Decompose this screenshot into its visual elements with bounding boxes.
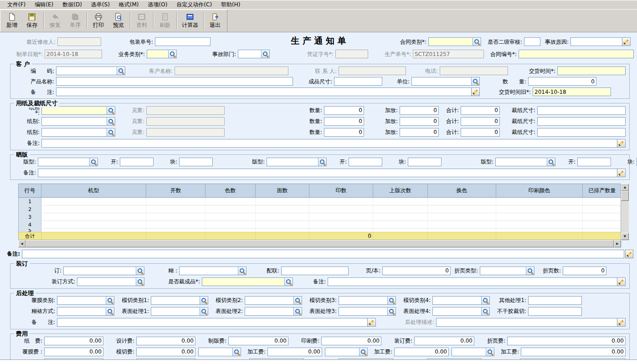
edit-pencil-icon[interactable] bbox=[617, 169, 625, 177]
paper-type-field-3[interactable] bbox=[41, 128, 115, 137]
grid-vertical-scrollbar[interactable]: ▲ ▼ bbox=[621, 184, 629, 240]
package-no-field[interactable] bbox=[155, 37, 211, 46]
lookup-icon[interactable] bbox=[481, 308, 489, 315]
surface-4-field[interactable] bbox=[432, 307, 490, 316]
surface-3-field[interactable] bbox=[339, 307, 396, 316]
exit-button[interactable]: 退出 bbox=[205, 10, 225, 31]
surface-2-field[interactable] bbox=[245, 307, 302, 316]
lookup-icon[interactable] bbox=[293, 308, 302, 315]
grid-row-4[interactable]: 4 bbox=[19, 221, 621, 229]
scroll-right-icon[interactable]: ▶ bbox=[614, 240, 621, 247]
fold-type-field[interactable] bbox=[480, 267, 534, 275]
lookup-icon[interactable] bbox=[359, 348, 367, 356]
menu-options[interactable]: 选项(O) bbox=[144, 0, 172, 10]
grid-row-5[interactable]: 5 bbox=[19, 229, 621, 232]
staple-field[interactable] bbox=[63, 267, 144, 275]
lookup-icon[interactable] bbox=[107, 107, 115, 114]
voucher-no-field[interactable] bbox=[335, 50, 368, 58]
menu-help[interactable]: 帮助(H) bbox=[216, 0, 245, 10]
lookup-icon[interactable] bbox=[486, 348, 494, 356]
cut-size-field-3[interactable] bbox=[537, 128, 626, 137]
block-field-1[interactable] bbox=[179, 158, 213, 166]
fee-lookup-3[interactable] bbox=[452, 348, 494, 356]
edit-pencil-icon[interactable] bbox=[367, 318, 375, 326]
lookup-icon[interactable] bbox=[89, 158, 98, 166]
contract-type-field[interactable] bbox=[428, 37, 481, 46]
paper-sum-field-1[interactable] bbox=[461, 106, 500, 115]
die-cut-2-field[interactable] bbox=[245, 296, 302, 305]
plate-type-field-3[interactable] bbox=[495, 158, 555, 166]
lookup-icon[interactable] bbox=[387, 297, 396, 304]
doc-date-field[interactable] bbox=[45, 50, 102, 58]
edit-pencil-icon[interactable] bbox=[617, 278, 625, 286]
customer-remark-field[interactable] bbox=[56, 87, 480, 96]
paper-fee-field[interactable] bbox=[44, 337, 103, 345]
lookup-icon[interactable] bbox=[526, 267, 534, 275]
edit-pencil-icon[interactable] bbox=[471, 88, 479, 96]
process-fee-2-field[interactable] bbox=[394, 348, 449, 356]
lookup-icon[interactable] bbox=[200, 308, 208, 315]
production-no-field[interactable] bbox=[413, 50, 484, 58]
edit-pencil-icon[interactable] bbox=[617, 318, 625, 326]
plate-remark-field[interactable] bbox=[38, 169, 626, 177]
lookup-icon[interactable] bbox=[284, 278, 293, 286]
grid-remark-field[interactable] bbox=[22, 250, 624, 258]
grid-row-3[interactable]: 3 bbox=[19, 213, 621, 221]
paper-qty-field-1[interactable] bbox=[324, 106, 364, 115]
contract-no-field[interactable] bbox=[519, 50, 634, 58]
quantity-field[interactable] bbox=[528, 77, 596, 86]
bind-method-field[interactable] bbox=[77, 277, 144, 286]
paper-add-field-3[interactable] bbox=[400, 128, 439, 137]
product-name-field[interactable] bbox=[56, 77, 293, 86]
save-button[interactable]: 保存 bbox=[22, 10, 42, 31]
menu-data[interactable]: 数据(D) bbox=[58, 0, 87, 10]
scroll-thumb[interactable] bbox=[26, 240, 614, 247]
collate-field[interactable] bbox=[281, 267, 349, 275]
process-fee-1-field[interactable] bbox=[267, 348, 322, 356]
fee-lookup-1[interactable] bbox=[198, 348, 241, 356]
lookup-icon[interactable] bbox=[117, 67, 125, 75]
cut-size-field-1[interactable] bbox=[537, 106, 626, 115]
unit-field[interactable] bbox=[411, 77, 480, 86]
delivery-time-old-field[interactable] bbox=[533, 87, 611, 96]
weight-field-2[interactable] bbox=[146, 117, 225, 126]
accident-reason-field[interactable] bbox=[570, 37, 631, 46]
paper-sum-field-2[interactable] bbox=[461, 117, 500, 126]
die-cut-4-field[interactable] bbox=[432, 296, 490, 305]
lookup-icon[interactable] bbox=[200, 297, 208, 304]
paper-qty-field-3[interactable] bbox=[324, 128, 364, 137]
film-type-field[interactable] bbox=[57, 296, 114, 305]
lookup-icon[interactable] bbox=[136, 267, 144, 275]
scroll-thumb[interactable] bbox=[621, 191, 629, 201]
last-editor-field[interactable] bbox=[57, 37, 101, 46]
lookup-icon[interactable] bbox=[471, 77, 479, 85]
lookup-icon[interactable] bbox=[387, 308, 396, 315]
calculator-button[interactable]: 计算器 bbox=[178, 10, 202, 31]
cut-size-field-2[interactable] bbox=[537, 117, 626, 126]
lookup-icon[interactable] bbox=[261, 50, 269, 58]
paste-method-field[interactable] bbox=[57, 307, 114, 316]
post-remark-field[interactable] bbox=[57, 318, 376, 327]
finished-size-field[interactable] bbox=[334, 77, 382, 86]
preview-button[interactable]: 预览 bbox=[108, 10, 128, 31]
lookup-icon[interactable] bbox=[473, 38, 481, 46]
secondary-audit-field[interactable] bbox=[524, 37, 540, 46]
print-button[interactable]: 打印 bbox=[88, 10, 108, 31]
customer-code-field[interactable] bbox=[56, 67, 125, 75]
fold-count-field[interactable] bbox=[563, 267, 606, 275]
menu-custom-action[interactable]: 自定义动作(C) bbox=[172, 0, 216, 10]
lookup-icon[interactable] bbox=[106, 297, 114, 304]
design-fee-field[interactable] bbox=[136, 337, 195, 345]
is-cut-product-field[interactable] bbox=[202, 277, 293, 286]
post-desc-field[interactable] bbox=[436, 318, 626, 327]
block-field-2[interactable] bbox=[408, 158, 442, 166]
kai-field-2[interactable] bbox=[349, 158, 382, 166]
edit-pencil-icon[interactable] bbox=[622, 38, 630, 46]
grid-row-2[interactable]: 2 bbox=[19, 205, 621, 213]
lookup-icon[interactable] bbox=[293, 297, 302, 304]
scroll-down-icon[interactable]: ▼ bbox=[621, 233, 629, 240]
customer-name-field[interactable] bbox=[175, 67, 288, 75]
edit-pencil-icon[interactable] bbox=[625, 250, 633, 258]
pages-per-book-field[interactable] bbox=[382, 267, 451, 275]
new-button[interactable]: 新增 bbox=[2, 10, 22, 31]
